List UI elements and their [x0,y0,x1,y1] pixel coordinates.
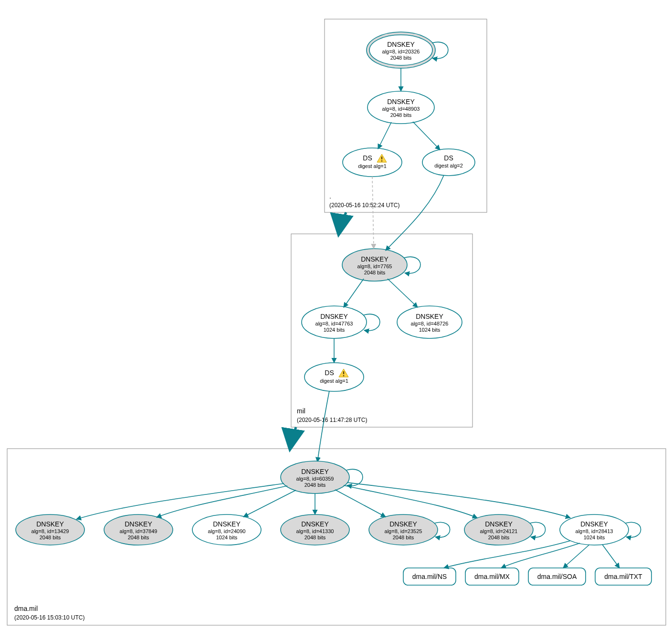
svg-text:DNSKEY: DNSKEY [213,520,241,528]
svg-text:alg=8, id=48903: alg=8, id=48903 [382,106,420,112]
svg-text:2048 bits: 2048 bits [393,535,414,540]
svg-text:alg=8, id=24090: alg=8, id=24090 [208,528,246,534]
node-dma-ksk[interactable]: DNSKEY alg=8, id=60359 2048 bits [281,461,349,494]
svg-text:DS: DS [444,154,453,162]
svg-text:DNSKEY: DNSKEY [125,520,152,528]
edge-root-ds2-mil-ksk [386,175,444,251]
node-root-ksk[interactable]: DNSKEY alg=8, id=20326 2048 bits [367,32,435,68]
svg-text:alg=8, id=28413: alg=8, id=28413 [576,528,613,534]
svg-text:2048 bits: 2048 bits [364,270,386,275]
svg-text:DS: DS [325,369,334,377]
svg-text:2048 bits: 2048 bits [488,535,510,540]
svg-text:2048 bits: 2048 bits [304,535,326,540]
svg-text:dma.mil/MX: dma.mil/MX [474,573,510,580]
edge-dma-ksk-k5 [335,490,386,517]
node-dma-k6[interactable]: DNSKEY alg=8, id=24121 2048 bits [464,514,533,545]
svg-text:1024 bits: 1024 bits [324,327,345,333]
zone-root-timestamp: (2020-05-16 10:52:24 UTC) [329,202,399,209]
svg-text:DNSKEY: DNSKEY [387,98,415,105]
edge-root-to-mil-zone [339,212,346,233]
svg-text:DNSKEY: DNSKEY [361,255,388,263]
svg-text:digest alg=2: digest alg=2 [434,163,463,168]
zone-dma-name: dma.mil [14,605,38,612]
zone-mil-timestamp: (2020-05-16 11:47:28 UTC) [297,417,367,423]
svg-text:1024 bits: 1024 bits [216,535,238,540]
node-dma-k3[interactable]: DNSKEY alg=8, id=24090 1024 bits [192,514,261,545]
node-rrset-txt[interactable]: dma.mil/TXT [595,568,651,585]
svg-text:alg=8, id=48726: alg=8, id=48726 [411,321,449,326]
edge-mil-ds1-dma-ksk [317,391,329,462]
node-rrset-soa[interactable]: dma.mil/SOA [528,568,586,585]
edge-dma-k7-mx [501,543,580,568]
svg-text:2048 bits: 2048 bits [390,112,412,118]
svg-text:alg=8, id=41330: alg=8, id=41330 [296,528,334,534]
svg-text:alg=8, id=23525: alg=8, id=23525 [385,528,422,534]
node-dma-k1[interactable]: DNSKEY alg=8, id=13429 2048 bits [16,514,84,545]
svg-text:alg=8, id=60359: alg=8, id=60359 [296,476,334,482]
edge-mil-to-dma-zone [290,427,296,448]
svg-point-14 [422,149,475,176]
svg-text:dma.mil/TXT: dma.mil/TXT [604,573,642,580]
svg-text:1024 bits: 1024 bits [584,535,605,540]
svg-text:digest alg=1: digest alg=1 [320,378,348,384]
edge-dma-k7-soa [563,545,589,568]
svg-text:2048 bits: 2048 bits [128,535,149,540]
edge-root-zsk-ds1 [378,122,391,149]
node-mil-zsk2[interactable]: DNSKEY alg=8, id=48726 1024 bits [397,306,462,338]
node-dma-k5[interactable]: DNSKEY alg=8, id=23525 2048 bits [369,514,438,545]
node-mil-ksk[interactable]: DNSKEY alg=8, id=7765 2048 bits [342,249,407,281]
svg-text:DNSKEY: DNSKEY [416,313,443,320]
zone-dma-timestamp: (2020-05-16 15:03:10 UTC) [14,614,84,621]
svg-text:dma.mil/SOA: dma.mil/SOA [537,573,577,580]
node-rrset-mx[interactable]: dma.mil/MX [465,568,519,585]
edge-root-zsk-ds2 [413,122,440,150]
node-root-zsk[interactable]: DNSKEY alg=8, id=48903 2048 bits [368,91,434,124]
node-root-ds1[interactable]: DS digest alg=1 [343,148,402,177]
edge-dma-ksk-k2 [157,486,287,517]
svg-text:2048 bits: 2048 bits [40,535,61,540]
svg-text:alg=8, id=20326: alg=8, id=20326 [382,49,420,54]
svg-text:DNSKEY: DNSKEY [301,468,329,475]
svg-text:alg=8, id=47763: alg=8, id=47763 [315,321,353,326]
edge-dma-ksk-k7 [347,483,570,518]
svg-point-11 [343,148,402,177]
svg-text:2048 bits: 2048 bits [390,55,412,61]
svg-text:DNSKEY: DNSKEY [320,313,348,320]
edge-dma-ksk-k1 [76,483,284,519]
svg-text:DNSKEY: DNSKEY [301,520,329,528]
node-rrset-ns[interactable]: dma.mil/NS [403,568,456,585]
node-mil-zsk1[interactable]: DNSKEY alg=8, id=47763 1024 bits [302,306,367,338]
svg-text:alg=8, id=24121: alg=8, id=24121 [480,528,518,534]
svg-point-29 [304,363,364,391]
svg-text:alg=8, id=37849: alg=8, id=37849 [120,528,158,534]
svg-text:DNSKEY: DNSKEY [580,520,608,528]
svg-text:DNSKEY: DNSKEY [389,520,417,528]
svg-text:alg=8, id=13429: alg=8, id=13429 [32,528,69,534]
edge-mil-ksk-zsk1 [344,279,364,307]
svg-text:DS: DS [363,154,372,162]
svg-text:dma.mil/NS: dma.mil/NS [412,573,447,580]
svg-text:DNSKEY: DNSKEY [36,520,64,528]
svg-text:digest alg=1: digest alg=1 [358,163,387,169]
zone-mil-name: mil [297,407,305,415]
edge-dma-k7-txt [602,545,620,568]
dnssec-graph: . (2020-05-16 10:52:24 UTC) mil (2020-05… [0,0,672,630]
svg-text:alg=8, id=7765: alg=8, id=7765 [357,263,392,269]
node-dma-k2[interactable]: DNSKEY alg=8, id=37849 2048 bits [104,514,173,545]
zone-root-name: . [329,192,331,200]
edge-dma-ksk-k3 [243,490,296,517]
node-root-ds2[interactable]: DS digest alg=2 [422,149,475,176]
edge-mil-ksk-zsk2 [388,279,418,307]
svg-text:2048 bits: 2048 bits [304,482,326,488]
svg-text:1024 bits: 1024 bits [419,327,441,333]
node-dma-k4[interactable]: DNSKEY alg=8, id=41330 2048 bits [281,514,349,545]
svg-text:DNSKEY: DNSKEY [387,41,415,48]
svg-text:DNSKEY: DNSKEY [485,520,513,528]
node-mil-ds1[interactable]: DS digest alg=1 [304,363,364,391]
